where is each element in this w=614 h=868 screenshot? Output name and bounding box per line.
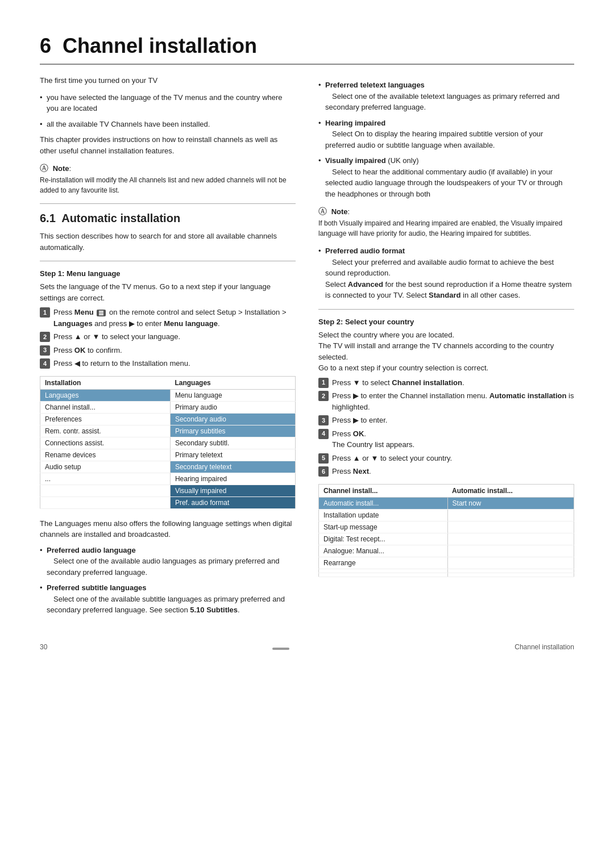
install-table-row: ...Hearing impaired xyxy=(40,473,296,485)
channel-table-cell-left: Analogue: Manual... xyxy=(319,545,448,557)
intro-bullet-list: you have selected the language of the TV… xyxy=(40,92,296,130)
step1-heading: Step 1: Menu language xyxy=(40,269,296,278)
right-bullets-2: Preferred audio format Select your prefe… xyxy=(318,245,574,301)
step2-item-1: 1 Press ▼ to select Channel installation… xyxy=(318,377,574,389)
install-table-cell-right: Secondary subtitl. xyxy=(170,437,295,449)
table-col2-header: Languages xyxy=(170,376,295,389)
step2-item-2: 2 Press ▶ to enter the Channel installat… xyxy=(318,390,574,412)
install-table-cell-left: Connections assist. xyxy=(40,437,171,449)
install-table-row: Pref. audio format xyxy=(40,496,296,508)
step2-text-6: Press Next. xyxy=(332,466,371,477)
install-table-cell-left xyxy=(40,485,171,496)
step1-text-3: Press OK to confirm. xyxy=(53,345,122,356)
step2-badge-3: 3 xyxy=(318,415,329,425)
pref-audio-lang-title: Preferred audio language xyxy=(47,546,136,554)
install-table-cell-right: Primary teletext xyxy=(170,449,295,461)
channel-table-cell-right xyxy=(447,509,574,521)
install-table-cell-right: Secondary audio xyxy=(170,413,295,425)
step2-text-4: Press OK.The Country list appears. xyxy=(332,428,414,450)
section-title-1: 6.1 Automatic installation xyxy=(40,212,296,225)
page-footer: 30 Channel installation xyxy=(40,643,574,651)
install-table-row: Visually impaired xyxy=(40,485,296,496)
step1-badge-3: 3 xyxy=(40,345,50,356)
channel-col1-header: Channel install... xyxy=(319,484,448,497)
install-table-cell-right: Pref. audio format xyxy=(170,496,295,508)
step1-badge-1: 1 xyxy=(40,307,50,318)
install-table-cell-left: Languages xyxy=(40,389,171,401)
channel-table-cell-right xyxy=(447,533,574,545)
note-icon-1: Ⓐ xyxy=(40,163,48,174)
channel-table-cell-right: Start now xyxy=(447,497,574,509)
divider-2 xyxy=(40,261,296,261)
visually-impaired-suffix: (UK only) xyxy=(388,156,418,165)
step2-badge-2: 2 xyxy=(318,391,329,401)
install-table-cell-left: Rename devices xyxy=(40,449,171,461)
visually-impaired-bullet: Visually impaired (UK only) Select to he… xyxy=(318,155,574,199)
note-icon-2: Ⓐ xyxy=(318,206,327,217)
footer-chapter-label: Channel installation xyxy=(515,643,574,651)
step2-numbered-list: 1 Press ▼ to select Channel installation… xyxy=(318,377,574,477)
channel-table-row: Digital: Test recept... xyxy=(319,533,574,545)
right-bullets-1: Preferred teletext languages Select one … xyxy=(318,80,574,199)
channel-table-cell-left: Start-up message xyxy=(319,521,448,533)
step1-badge-2: 2 xyxy=(40,332,50,342)
step1-numbered-list: 1 Press Menu on the remote control and s… xyxy=(40,307,296,369)
page-container: 6 Channel installation The first time yo… xyxy=(40,34,574,651)
installation-languages-table: Installation Languages LanguagesMenu lan… xyxy=(40,376,296,509)
channel-table-row: Start-up message xyxy=(319,521,574,533)
install-table-row: Rename devicesPrimary teletext xyxy=(40,449,296,461)
languages-extra-bullets: Preferred audio language Select one of t… xyxy=(40,545,296,616)
hearing-impaired-text: Select On to display the hearing impaire… xyxy=(325,130,543,149)
pref-subtitle-lang-bullet: Preferred subtitle languages Select one … xyxy=(40,582,296,616)
pref-audio-format-text: Select your preferred and available audi… xyxy=(325,258,572,300)
note-label-1: Note xyxy=(53,164,69,173)
channel-table-row xyxy=(319,569,574,573)
step2-line1: Select the country where you are located… xyxy=(318,329,574,374)
pref-teletext-bullet: Preferred teletext languages Select one … xyxy=(318,80,574,113)
channel-table-cell-right xyxy=(447,573,574,577)
step1-item-4: 4 Press ◀ to return to the Installation … xyxy=(40,358,296,369)
step1-text-4: Press ◀ to return to the Installation me… xyxy=(53,358,190,369)
step2-item-3: 3 Press ▶ to enter. xyxy=(318,415,574,426)
channel-table-cell-left xyxy=(319,569,448,573)
pref-audio-lang-text: Select one of the available audio langua… xyxy=(47,557,279,577)
languages-extra-intro: The Languages menu also offers the follo… xyxy=(40,518,296,540)
chapter-title: 6 Channel installation xyxy=(40,34,574,65)
intro-line1: The first time you turned on your TV xyxy=(40,75,296,86)
divider-3 xyxy=(318,309,574,310)
note-label-2: Note xyxy=(331,207,348,216)
left-column: The first time you turned on your TV you… xyxy=(40,75,296,620)
channel-table-row: Installation update xyxy=(319,509,574,521)
note-text-2: If both Visually impaired and Hearing im… xyxy=(318,218,574,239)
pref-audio-lang-bullet: Preferred audio language Select one of t… xyxy=(40,545,296,578)
step2-item-5: 5 Press ▲ or ▼ to select your country. xyxy=(318,453,574,464)
step2-badge-1: 1 xyxy=(318,378,329,388)
pref-teletext-title: Preferred teletext languages xyxy=(325,81,425,89)
install-table-cell-left: Audio setup xyxy=(40,461,171,473)
pref-audio-format-bullet: Preferred audio format Select your prefe… xyxy=(318,245,574,301)
channel-table-row: Automatic install...Start now xyxy=(319,497,574,509)
channel-table-cell-right xyxy=(447,569,574,573)
install-table-cell-right: Primary audio xyxy=(170,401,295,413)
step2-badge-4: 4 xyxy=(318,429,329,439)
step2-badge-6: 6 xyxy=(318,466,329,477)
install-table-cell-right: Secondary teletext xyxy=(170,461,295,473)
intro-bullet-2: all the available TV Channels have been … xyxy=(40,119,296,130)
step2-item-6: 6 Press Next. xyxy=(318,466,574,477)
note-block-1: Ⓐ Note: Re-installation will modify the … xyxy=(40,163,296,195)
install-table-row: PreferencesSecondary audio xyxy=(40,413,296,425)
divider-1 xyxy=(40,203,296,204)
channel-table-cell-left: Installation update xyxy=(319,509,448,521)
step2-item-4: 4 Press OK.The Country list appears. xyxy=(318,428,574,450)
footer-indicator xyxy=(272,648,289,650)
visually-impaired-text: Select to hear the additional commentary… xyxy=(325,168,563,198)
install-table-cell-left: Channel install... xyxy=(40,401,171,413)
channel-table-cell-right xyxy=(447,521,574,533)
install-table-cell-left xyxy=(40,496,171,508)
step1-item-1: 1 Press Menu on the remote control and s… xyxy=(40,307,296,329)
install-table-row: Connections assist.Secondary subtitl. xyxy=(40,437,296,449)
menu-icon xyxy=(97,310,106,316)
hearing-impaired-bullet: Hearing impaired Select On to display th… xyxy=(318,118,574,151)
install-table-row: LanguagesMenu language xyxy=(40,389,296,401)
step1-item-3: 3 Press OK to confirm. xyxy=(40,345,296,356)
